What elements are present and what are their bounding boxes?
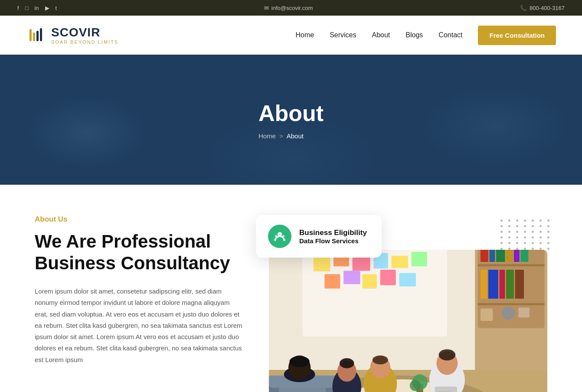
top-bar: f □ in ▶ t ✉ info@scovir.com 📞 800-400-3…	[0, 0, 582, 16]
about-right-col: Business Eligibility Data Flow Services	[269, 215, 547, 392]
svg-rect-15	[506, 250, 513, 262]
dot-decoration	[500, 219, 552, 250]
card-subtitle: Data Flow Services	[299, 237, 367, 245]
logo[interactable]: SCOVIR SOAR BEYOND LIMITS	[26, 25, 118, 46]
logo-text: SCOVIR SOAR BEYOND LIMITS	[51, 26, 118, 45]
dot	[500, 231, 503, 233]
hero-title: About	[258, 100, 324, 126]
nav-about[interactable]: About	[372, 31, 390, 39]
svg-rect-25	[518, 307, 530, 317]
email-text: info@scovir.com	[271, 5, 313, 11]
dot	[516, 225, 518, 227]
svg-point-6	[282, 235, 284, 238]
main-heading: We Are Professional Business Consultancy	[35, 231, 243, 274]
heading-line2: Business Consultancy	[35, 253, 230, 273]
dot	[500, 219, 503, 222]
svg-point-55	[373, 356, 388, 365]
logo-icon	[26, 25, 47, 46]
dot	[508, 225, 510, 227]
about-left-col: About Us We Are Professional Business Co…	[35, 215, 243, 366]
dot	[547, 242, 549, 244]
email-icon: ✉	[264, 5, 269, 11]
dot	[547, 225, 549, 227]
hero-banner: About Home > About	[0, 55, 582, 185]
social-links[interactable]: f □ in ▶ t	[17, 5, 57, 11]
dot	[516, 236, 518, 238]
svg-rect-1	[33, 33, 35, 41]
svg-rect-17	[520, 250, 528, 262]
svg-point-24	[502, 307, 515, 320]
card-title: Business Eligibility	[299, 229, 367, 237]
dot	[508, 236, 510, 238]
svg-rect-36	[363, 274, 377, 288]
linkedin-icon[interactable]: in	[34, 5, 39, 11]
twitter-icon[interactable]: t	[56, 5, 57, 11]
nav-blogs[interactable]: Blogs	[405, 31, 423, 39]
dot	[547, 231, 549, 233]
nav-home[interactable]: Home	[295, 31, 314, 39]
dot	[516, 219, 518, 222]
about-us-label: About Us	[35, 215, 243, 224]
dot	[508, 231, 510, 233]
phone-icon: 📞	[520, 5, 527, 11]
dot	[508, 242, 510, 244]
free-consultation-button[interactable]: Free Consultation	[478, 26, 556, 45]
dot	[532, 242, 534, 244]
svg-point-4	[278, 232, 282, 236]
breadcrumb: Home > About	[258, 132, 324, 140]
phone-bar: 📞 800-400-3167	[520, 5, 565, 11]
dot	[500, 225, 503, 227]
facebook-icon[interactable]: f	[17, 5, 19, 11]
hero-content: About Home > About	[258, 100, 324, 140]
logo-name: SCOVIR	[51, 26, 118, 39]
svg-rect-14	[496, 250, 505, 262]
dot	[500, 236, 503, 238]
svg-rect-0	[29, 29, 32, 41]
svg-rect-13	[489, 250, 495, 262]
svg-rect-18	[481, 270, 487, 299]
dot	[539, 236, 542, 238]
card-text: Business Eligibility Data Flow Services	[299, 229, 367, 245]
svg-rect-3	[40, 28, 42, 41]
dot	[532, 231, 534, 233]
logo-sub: SOAR BEYOND LIMITS	[51, 39, 118, 45]
dot	[524, 242, 526, 244]
about-main-section: About Us We Are Professional Business Co…	[0, 185, 582, 392]
svg-point-52	[290, 356, 310, 367]
phone-text: 800-400-3167	[530, 5, 565, 11]
dot	[532, 225, 534, 227]
svg-rect-16	[514, 250, 520, 262]
dot	[532, 219, 534, 222]
dot	[539, 242, 542, 244]
svg-rect-62	[435, 387, 457, 392]
svg-rect-32	[391, 256, 408, 268]
svg-rect-34	[324, 274, 340, 288]
dot	[524, 219, 526, 222]
svg-rect-30	[353, 258, 370, 271]
dot	[516, 231, 518, 233]
svg-rect-11	[478, 303, 545, 305]
dot	[547, 236, 549, 238]
dot	[547, 219, 549, 222]
dot	[539, 219, 542, 222]
youtube-icon[interactable]: ▶	[45, 5, 49, 11]
svg-point-5	[275, 235, 278, 238]
dot	[516, 242, 518, 244]
svg-point-58	[439, 350, 456, 361]
nav-services[interactable]: Services	[330, 31, 356, 39]
nav-contact[interactable]: Contact	[438, 31, 462, 39]
about-body-text: Lorem ipsum dolor sit amet, consetetur s…	[35, 286, 243, 366]
breadcrumb-current: About	[287, 132, 304, 140]
svg-rect-28	[314, 256, 330, 271]
svg-rect-35	[343, 271, 360, 284]
instagram-icon[interactable]: □	[25, 5, 29, 11]
svg-rect-10	[478, 264, 545, 266]
breadcrumb-home[interactable]: Home	[258, 132, 276, 140]
navbar: SCOVIR SOAR BEYOND LIMITS Home Services …	[0, 16, 582, 55]
dot	[524, 236, 526, 238]
dot	[539, 231, 542, 233]
dot	[532, 236, 534, 238]
dot	[547, 248, 549, 250]
svg-rect-33	[412, 252, 427, 266]
svg-rect-2	[36, 31, 39, 41]
